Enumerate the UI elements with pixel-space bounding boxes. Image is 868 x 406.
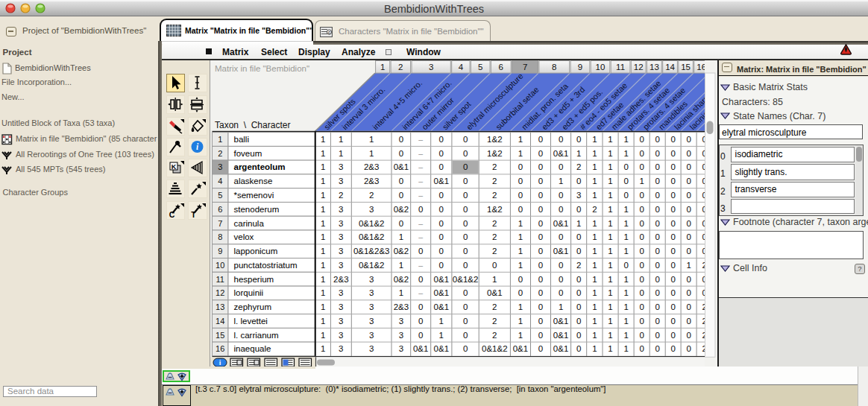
svg-text:0: 0 <box>686 191 691 200</box>
svg-text:0&1&2: 0&1&2 <box>358 218 384 227</box>
svg-text:0: 0 <box>655 191 659 200</box>
svg-text:3: 3 <box>339 260 343 269</box>
svg-text:2: 2 <box>492 177 497 185</box>
svg-text:3: 3 <box>398 330 403 339</box>
svg-text:14: 14 <box>665 62 675 71</box>
svg-text:0: 0 <box>639 232 644 241</box>
svg-text:0: 0 <box>639 316 644 325</box>
svg-text:0: 0 <box>655 162 659 171</box>
svg-text:stenoderum: stenoderum <box>233 204 279 213</box>
svg-text:1: 1 <box>218 134 222 143</box>
svg-text:0: 0 <box>518 191 522 200</box>
svg-text:1: 1 <box>608 162 612 171</box>
svg-text:0&1: 0&1 <box>512 344 527 353</box>
svg-text:0: 0 <box>576 274 580 283</box>
svg-text:0: 0 <box>398 148 403 157</box>
svg-text:1: 1 <box>592 218 597 227</box>
svg-text:0: 0 <box>670 274 675 283</box>
svg-text:1: 1 <box>639 177 644 185</box>
svg-text:1: 1 <box>592 247 597 256</box>
svg-text:1: 1 <box>608 302 612 311</box>
svg-text:0: 0 <box>462 204 467 213</box>
svg-text:0: 0 <box>418 330 422 339</box>
svg-text:9: 9 <box>218 247 222 256</box>
svg-text:1: 1 <box>623 247 628 256</box>
svg-text:1: 1 <box>592 330 597 339</box>
svg-text:0: 0 <box>655 288 659 297</box>
svg-text:1: 1 <box>608 260 612 269</box>
svg-text:0: 0 <box>538 191 542 200</box>
svg-text:0: 0 <box>438 232 443 241</box>
svg-text:1: 1 <box>608 344 612 353</box>
svg-text:0: 0 <box>462 316 467 325</box>
svg-text:8: 8 <box>218 232 222 241</box>
svg-text:0: 0 <box>686 204 691 213</box>
svg-text:3: 3 <box>339 162 343 171</box>
svg-text:inaequale: inaequale <box>233 344 271 353</box>
svg-text:0&2: 0&2 <box>393 247 408 256</box>
svg-text:0: 0 <box>462 344 467 353</box>
svg-text:1: 1 <box>592 191 597 200</box>
svg-text:1: 1 <box>320 316 324 325</box>
svg-text:0: 0 <box>655 218 659 227</box>
svg-text:T: T <box>191 210 196 219</box>
svg-text:0: 0 <box>655 316 659 325</box>
svg-text:0: 0 <box>655 232 659 241</box>
svg-text:0: 0 <box>639 274 644 283</box>
svg-text:foveum: foveum <box>233 148 262 157</box>
svg-text:0: 0 <box>462 162 467 171</box>
svg-text:2: 2 <box>398 62 403 71</box>
svg-text:0: 0 <box>558 274 562 283</box>
svg-text:1: 1 <box>518 148 522 157</box>
svg-text:0: 0 <box>558 204 562 213</box>
svg-text:0: 0 <box>670 344 675 353</box>
svg-text:0: 0 <box>639 247 644 256</box>
svg-text:1: 1 <box>608 247 612 256</box>
svg-text:1: 1 <box>438 330 443 339</box>
svg-text:0&1: 0&1 <box>553 330 567 339</box>
svg-text:1: 1 <box>320 218 324 227</box>
svg-text:2: 2 <box>492 162 497 171</box>
svg-text:1: 1 <box>592 288 597 297</box>
svg-text:12: 12 <box>633 62 643 71</box>
svg-text:1: 1 <box>608 330 612 339</box>
svg-text:0: 0 <box>558 162 562 171</box>
svg-text:1: 1 <box>518 134 522 143</box>
svg-text:1: 1 <box>320 302 324 311</box>
svg-text:1: 1 <box>608 316 612 325</box>
svg-text:1: 1 <box>576 148 580 157</box>
svg-text:0: 0 <box>670 260 675 269</box>
svg-text:3: 3 <box>368 302 373 311</box>
svg-text:–: – <box>418 288 423 297</box>
svg-text:1: 1 <box>492 274 497 283</box>
svg-text:K: K <box>171 163 176 171</box>
svg-text:0: 0 <box>558 191 562 200</box>
svg-text:1: 1 <box>518 316 522 325</box>
svg-text:1: 1 <box>518 218 522 227</box>
svg-text:0: 0 <box>639 344 644 353</box>
svg-text:1: 1 <box>592 177 597 185</box>
svg-text:0: 0 <box>655 247 659 256</box>
svg-text:*semenovi: *semenovi <box>233 191 274 200</box>
svg-text:0&1&2&3: 0&1&2&3 <box>353 247 389 256</box>
svg-text:2&3: 2&3 <box>393 302 408 311</box>
svg-text:3: 3 <box>368 288 373 297</box>
svg-text:1: 1 <box>438 316 443 325</box>
svg-text:2: 2 <box>368 191 373 200</box>
svg-text:8: 8 <box>552 62 556 71</box>
svg-text:0: 0 <box>438 191 443 200</box>
svg-text:–: – <box>418 260 423 269</box>
svg-text:0&1: 0&1 <box>433 302 448 311</box>
svg-text:0: 0 <box>670 162 675 171</box>
svg-text:0: 0 <box>418 316 422 325</box>
svg-text:1: 1 <box>320 162 324 171</box>
svg-text:1: 1 <box>623 274 628 283</box>
svg-text:0: 0 <box>576 232 580 241</box>
svg-text:–: – <box>418 218 423 227</box>
svg-text:2: 2 <box>492 218 497 227</box>
svg-text:1: 1 <box>623 344 628 353</box>
svg-text:4: 4 <box>458 62 463 71</box>
svg-text:1: 1 <box>320 288 324 297</box>
svg-text:0: 0 <box>686 302 691 311</box>
svg-text:1: 1 <box>592 260 597 269</box>
